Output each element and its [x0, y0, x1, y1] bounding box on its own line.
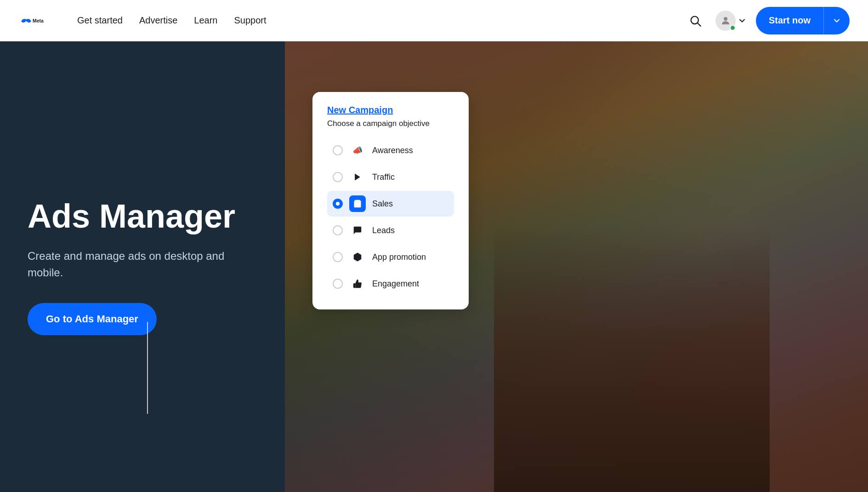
svg-point-0 [21, 18, 27, 23]
svg-point-1 [26, 18, 32, 23]
awareness-label: Awareness [372, 146, 413, 155]
start-now-chevron-icon [832, 16, 841, 25]
navbar-left: Meta Get started Advertise Learn Support [18, 14, 267, 28]
navbar-right: Start now [684, 7, 850, 34]
engagement-icon [349, 275, 366, 292]
avatar [715, 11, 736, 31]
navbar: Meta Get started Advertise Learn Support [0, 0, 868, 41]
radio-leads [333, 225, 343, 235]
campaign-option-traffic[interactable]: Traffic [327, 164, 454, 190]
campaign-option-awareness[interactable]: 📣 Awareness [327, 137, 454, 163]
sales-label: Sales [372, 199, 393, 209]
search-button[interactable] [684, 10, 706, 32]
campaign-option-sales[interactable]: Sales [327, 191, 454, 217]
divider-line [147, 322, 148, 414]
hero-left-panel: Ads Manager Create and manage ads on des… [0, 41, 285, 492]
hero-right-panel: New Campaign Choose a campaign objective… [285, 41, 868, 492]
svg-text:Meta: Meta [33, 18, 44, 23]
radio-sales [333, 199, 343, 209]
nav-advertise[interactable]: Advertise [139, 15, 177, 26]
leads-label: Leads [372, 226, 395, 235]
svg-point-5 [724, 17, 727, 21]
start-now-button[interactable]: Start now [756, 7, 850, 34]
campaign-card-subtitle: Choose a campaign objective [327, 119, 454, 128]
radio-awareness [333, 145, 343, 155]
campaign-card-title: New Campaign [327, 105, 454, 115]
chevron-down-icon [738, 16, 747, 25]
campaign-option-engagement[interactable]: Engagement [327, 271, 454, 297]
nav-links: Get started Advertise Learn Support [77, 15, 267, 26]
campaign-options-list: 📣 Awareness Traffic [327, 137, 454, 297]
nav-support[interactable]: Support [234, 15, 266, 26]
campaign-option-leads[interactable]: Leads [327, 217, 454, 243]
online-indicator [730, 25, 736, 31]
start-now-label: Start now [756, 15, 823, 26]
radio-traffic [333, 172, 343, 182]
leads-icon [349, 222, 366, 239]
engagement-label: Engagement [372, 279, 419, 289]
radio-engagement [333, 279, 343, 289]
app-promotion-icon [349, 249, 366, 265]
account-area[interactable] [715, 11, 747, 31]
meta-logo: Meta [18, 14, 55, 28]
svg-line-4 [698, 23, 700, 26]
svg-marker-6 [355, 174, 360, 181]
nav-get-started[interactable]: Get started [77, 15, 123, 26]
traffic-label: Traffic [372, 172, 395, 182]
app-promotion-label: App promotion [372, 252, 426, 262]
radio-app-promotion [333, 252, 343, 262]
go-to-ads-manager-button[interactable]: Go to Ads Manager [28, 303, 157, 335]
nav-learn[interactable]: Learn [194, 15, 217, 26]
traffic-icon [349, 169, 366, 185]
hero-section: Ads Manager Create and manage ads on des… [0, 41, 868, 492]
hero-title: Ads Manager [28, 198, 257, 235]
search-icon [689, 14, 702, 27]
campaign-card: New Campaign Choose a campaign objective… [312, 92, 469, 309]
awareness-icon: 📣 [349, 142, 366, 159]
hero-subtitle: Create and manage ads on desktop and mob… [28, 248, 257, 281]
sales-icon [349, 195, 366, 212]
campaign-option-app-promotion[interactable]: App promotion [327, 244, 454, 270]
